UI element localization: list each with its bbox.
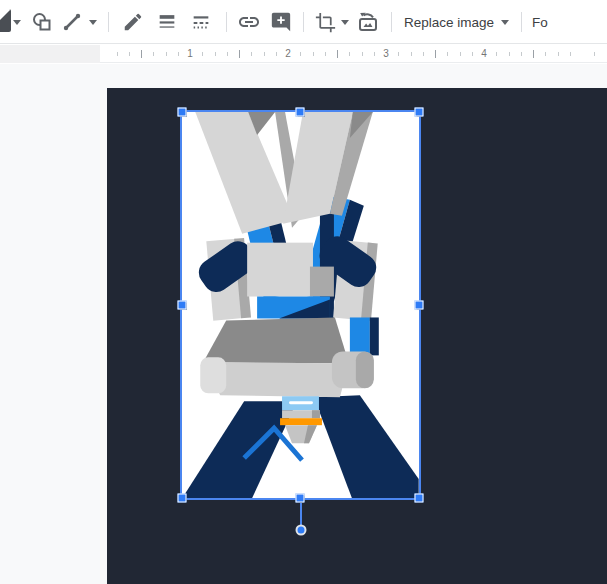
ruler-tick <box>411 52 412 56</box>
add-comment-button[interactable] <box>269 10 293 34</box>
horizontal-ruler: 1234 <box>0 45 607 63</box>
ruler-tick <box>447 52 448 56</box>
ruler-tick <box>496 52 497 56</box>
crop-icon <box>315 12 336 33</box>
fill-color-dropdown-caret-icon[interactable] <box>13 20 21 25</box>
ruler-tick <box>398 52 399 56</box>
replace-image-label: Replace image <box>404 15 494 30</box>
reset-image-icon <box>356 10 380 34</box>
crop-dropdown-caret-icon[interactable] <box>341 20 349 25</box>
ruler-tick <box>521 52 522 56</box>
fill-color-partial-glyph <box>0 9 11 20</box>
border-color-button[interactable] <box>121 10 145 34</box>
ruler-inch-label: 4 <box>481 48 487 59</box>
ruler-tick <box>545 52 546 56</box>
ruler-tick <box>227 52 228 56</box>
ruler-tick <box>153 52 154 56</box>
app-window: Replace image Fo 1234 <box>0 0 607 584</box>
border-weight-button[interactable] <box>155 10 179 34</box>
border-dash-icon <box>190 11 212 33</box>
rotation-handle-stem <box>300 503 302 525</box>
ruler-tick <box>202 52 203 56</box>
ruler-tick <box>300 52 301 56</box>
replace-image-button[interactable]: Replace image <box>404 0 509 44</box>
selection-handle-bottom-left[interactable] <box>178 494 187 503</box>
insert-link-icon <box>237 10 261 34</box>
shape-icon <box>30 10 54 34</box>
border-color-icon <box>122 11 144 33</box>
border-weight-icon <box>156 11 178 33</box>
workspace <box>0 64 607 584</box>
ruler-tick <box>129 52 130 56</box>
ruler-tick <box>374 52 375 56</box>
ruler-tick <box>435 50 436 58</box>
ruler-tick <box>178 52 179 56</box>
ruler-tick <box>117 52 118 56</box>
selection-handle-top-left[interactable] <box>178 108 187 117</box>
format-options-button[interactable]: Fo <box>532 0 548 44</box>
ruler-tick <box>362 52 363 56</box>
ruler-tick <box>264 52 265 56</box>
ruler-tick <box>349 52 350 56</box>
ruler-tick <box>276 52 277 56</box>
line-icon <box>60 10 84 34</box>
crop-button[interactable] <box>313 10 337 34</box>
ruler-tick <box>570 52 571 56</box>
selection-handle-bottom-right[interactable] <box>415 494 424 503</box>
toolbar-separator <box>303 12 304 32</box>
selection-handle-top-right[interactable] <box>415 108 424 117</box>
rotation-handle[interactable] <box>295 525 306 536</box>
selection-handle-top-middle[interactable] <box>296 108 305 117</box>
ruler-tick <box>460 52 461 56</box>
shape-button[interactable] <box>30 10 54 34</box>
line-dropdown-caret-icon[interactable] <box>89 20 97 25</box>
ruler-tick <box>141 50 142 58</box>
slide-canvas[interactable] <box>107 88 607 584</box>
selection-handle-middle-right[interactable] <box>415 301 424 310</box>
selection-handle-bottom-middle[interactable] <box>296 494 305 503</box>
format-options-label: Fo <box>532 15 548 30</box>
ruler-tick <box>325 52 326 56</box>
selected-image[interactable] <box>182 112 419 498</box>
ruler-tick <box>594 52 595 56</box>
toolbar-separator <box>391 12 392 32</box>
add-comment-icon <box>270 11 292 33</box>
ruler-inch-label: 2 <box>285 48 291 59</box>
toolbar-separator <box>521 12 522 32</box>
ruler-tick <box>533 50 534 58</box>
ruler-tick <box>337 50 338 58</box>
robot-illustration <box>182 112 419 498</box>
reset-image-button[interactable] <box>356 10 380 34</box>
ruler-left-margin <box>0 45 100 63</box>
replace-image-caret-icon <box>501 20 509 25</box>
ruler-inch-label: 1 <box>187 48 193 59</box>
ruler-tick <box>509 52 510 56</box>
ruler-tick <box>166 52 167 56</box>
ruler-tick <box>239 50 240 58</box>
ruler-tick <box>251 52 252 56</box>
ruler-tick <box>558 52 559 56</box>
fill-color-partial-icon[interactable] <box>0 9 11 32</box>
border-dash-button[interactable] <box>189 10 213 34</box>
insert-link-button[interactable] <box>237 10 261 34</box>
toolbar-separator <box>226 12 227 32</box>
ruler-tick <box>313 52 314 56</box>
ruler-tick <box>472 52 473 56</box>
toolbar-separator <box>108 12 109 32</box>
ruler-inch-label: 3 <box>383 48 389 59</box>
selection-handle-middle-left[interactable] <box>178 301 187 310</box>
ruler-tick <box>215 52 216 56</box>
image-toolbar: Replace image Fo <box>0 0 607 44</box>
line-button[interactable] <box>60 10 84 34</box>
ruler-tick <box>423 52 424 56</box>
